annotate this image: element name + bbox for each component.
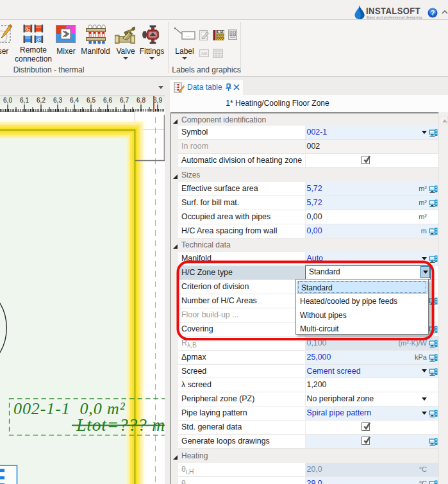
svg-text:6,8: 6,8 <box>137 97 145 104</box>
svg-text:6,6: 6,6 <box>103 97 112 104</box>
svg-text:6,9: 6,9 <box>153 97 162 104</box>
svg-text:6,3: 6,3 <box>53 97 62 104</box>
svg-text:6,1: 6,1 <box>20 97 29 104</box>
svg-text:6,7: 6,7 <box>120 97 129 104</box>
svg-text:6,2: 6,2 <box>37 97 46 104</box>
svg-text:AB: AB <box>201 51 207 56</box>
svg-text:?: ? <box>431 9 435 17</box>
svg-text:...: ... <box>186 32 191 38</box>
svg-text:6,5: 6,5 <box>87 97 95 104</box>
svg-text:6,4: 6,4 <box>70 97 79 104</box>
svg-text:6,0: 6,0 <box>3 97 12 104</box>
